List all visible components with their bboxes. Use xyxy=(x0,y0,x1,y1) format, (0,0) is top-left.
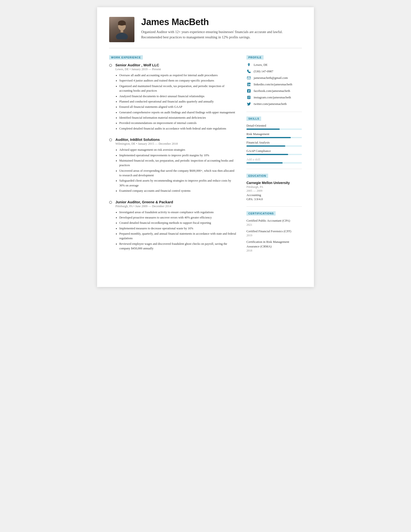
location-icon xyxy=(247,62,251,67)
skill-item: Financial Analysis xyxy=(247,141,302,147)
bullet-item: Advised upper management on risk aversio… xyxy=(119,148,237,152)
divider xyxy=(247,169,302,169)
svg-rect-7 xyxy=(248,84,248,86)
skill-bar-bg xyxy=(247,129,302,130)
cert-item: Certification in Risk Management Assuran… xyxy=(247,240,302,252)
profile-instagram-text: instagram.com/jamesmacbeth xyxy=(254,95,291,99)
twitter-icon xyxy=(247,102,251,106)
skill-bar-fill xyxy=(247,137,291,138)
edu-degree: Accounting xyxy=(247,193,302,197)
cert-name: Certification in Risk Management Assuran… xyxy=(247,240,302,248)
svg-rect-2 xyxy=(118,23,126,25)
job-meta: Pittsburgh, PA • June 2009 — December 20… xyxy=(115,205,237,208)
svg-point-3 xyxy=(116,33,128,39)
job-content: Junior Auditor, Greene & Packard Pittsbu… xyxy=(115,200,237,252)
skills-section: SKILLS Detail-Oriented Risk Management F… xyxy=(247,116,302,163)
profile-instagram: instagram.com/jamesmacbeth xyxy=(247,95,302,100)
avatar xyxy=(109,17,134,42)
certifications-section: CERTIFICATIONS Certified Public Accounta… xyxy=(247,211,302,253)
job-title: Auditor, InkBlot Solutions xyxy=(115,137,237,142)
svg-rect-10 xyxy=(247,96,251,99)
bullet-item: Organized and maintained financial recor… xyxy=(119,84,237,93)
bullet-item: Ensured all financial statements aligned… xyxy=(119,105,237,109)
bullet-item: Completed detailed financial audits in a… xyxy=(119,126,237,131)
cert-name: Certified Financial Forensics (CFF) xyxy=(247,229,302,233)
facebook-icon xyxy=(247,88,251,93)
cert-item: Certified Public Accountant (CPA) 2021 xyxy=(247,218,302,227)
job-item: Auditor, InkBlot Solutions Wilmington, D… xyxy=(109,137,237,194)
skill-bar-fill xyxy=(247,154,288,155)
skill-bar-fill xyxy=(247,129,280,130)
job-content: Senior Auditor , Wolf LLC Lewes, DE • Ja… xyxy=(115,63,237,132)
job-meta: Lewes, DE • January 2019 — Present xyxy=(115,67,237,71)
work-experience-section: WORK EXPERIENCE Senior Auditor , Wolf LL… xyxy=(109,55,237,252)
profile-linkedin: linkedin.com/in/jamesmacbeth xyxy=(247,82,302,87)
instagram-icon xyxy=(247,95,251,100)
header-text: James MacBeth Organized Auditor with 12+… xyxy=(141,17,302,40)
edu-gpa: GPA: 3.9/4.0 xyxy=(247,197,302,201)
divider xyxy=(247,112,302,112)
cert-year: 2018 xyxy=(247,249,302,253)
profile-phone: (530) 147-0987 xyxy=(247,69,302,74)
profile-email-text: jamesmacbeth@gmail.com xyxy=(254,76,288,80)
edu-school: Carnegie Mellon University xyxy=(247,181,302,185)
profile-facebook: facebook.com/jamesmacbeth xyxy=(247,88,302,93)
bullet-item: Uncovered areas of overspending that sav… xyxy=(119,169,237,178)
email-icon xyxy=(247,76,251,80)
bullet-item: Implemented operational improvements to … xyxy=(119,153,237,158)
bullet-item: Maintained financial records, tax prepar… xyxy=(119,158,237,168)
svg-rect-5 xyxy=(247,77,251,79)
bullet-item: Investigated areas of fraudulent activit… xyxy=(119,210,237,215)
bullet-item: Developed proactive measures to uncover … xyxy=(119,215,237,220)
bullet-item: Prepared monthly, quarterly, and annual … xyxy=(119,231,237,241)
job-item: Senior Auditor , Wolf LLC Lewes, DE • Ja… xyxy=(109,63,237,132)
cert-name: Certified Public Accountant (CPA) xyxy=(247,218,302,223)
job-bullets: Advised upper management on risk aversio… xyxy=(115,148,237,193)
skill-bar-fill xyxy=(247,145,285,147)
profile-location: Lewes, DE xyxy=(247,62,302,67)
work-experience-label: WORK EXPERIENCE xyxy=(109,55,143,60)
skills-label: SKILLS xyxy=(247,116,261,121)
cert-year: 2021 xyxy=(247,223,302,227)
skill-item: Detail-Oriented xyxy=(247,124,302,130)
job-bullets: Investigated areas of fraudulent activit… xyxy=(115,210,237,251)
bullet-item: Created detailed financial recordkeeping… xyxy=(119,221,237,225)
skill-bar-bg xyxy=(247,154,302,155)
bullet-item: Oversaw all audit and accounting reports… xyxy=(119,73,237,78)
main-layout: WORK EXPERIENCE Senior Auditor , Wolf LL… xyxy=(109,55,302,257)
profile-twitter-text: twitter.com/jamesmacbeth xyxy=(254,102,287,106)
job-title: Senior Auditor , Wolf LLC xyxy=(115,63,237,67)
svg-point-8 xyxy=(248,83,248,84)
phone-icon xyxy=(247,69,251,74)
job-circle-icon xyxy=(109,64,112,67)
bullet-item: Provided recommendations on improvement … xyxy=(119,121,237,125)
bullet-item: Generated comprehensive reports on audit… xyxy=(119,110,237,115)
cert-year: 2019 xyxy=(247,234,302,237)
job-content: Auditor, InkBlot Solutions Wilmington, D… xyxy=(115,137,237,194)
bullet-item: Implemented measures to decrease operati… xyxy=(119,226,237,231)
bullet-item: Examined company accounts and financial … xyxy=(119,189,237,193)
svg-point-12 xyxy=(250,96,250,97)
job-bullets: Oversaw all audit and accounting reports… xyxy=(115,73,237,131)
bullet-item: Reviewed employee wages and discovered f… xyxy=(119,242,237,251)
skill-name: GAAP Compliance xyxy=(247,149,302,153)
job-circle-icon xyxy=(109,138,112,141)
right-column: PROFILE Lewes, DE (530) 1 xyxy=(247,55,302,257)
skill-name: Financial Analysis xyxy=(247,141,302,144)
job-title: Junior Auditor, Greene & Packard xyxy=(115,200,237,204)
linkedin-icon xyxy=(247,82,251,87)
profile-linkedin-text: linkedin.com/in/jamesmacbeth xyxy=(254,83,292,86)
bullet-item: Safeguarded client assets by recommendin… xyxy=(119,179,237,188)
skill-name: Detail-Oriented xyxy=(247,124,302,128)
skill-bar-fill xyxy=(247,162,283,163)
certifications-label: CERTIFICATIONS xyxy=(247,211,276,216)
skill-bar-bg xyxy=(247,137,302,138)
bullet-item: Planned and conducted operational and fi… xyxy=(119,99,237,104)
profile-facebook-text: facebook.com/jamesmacbeth xyxy=(254,89,290,93)
education-label: EDUCATION xyxy=(247,174,268,178)
education-section: EDUCATION Carnegie Mellon University Pit… xyxy=(247,173,302,201)
cert-item: Certified Financial Forensics (CFF) 2019 xyxy=(247,229,302,237)
profile-twitter: twitter.com/jamesmacbeth xyxy=(247,102,302,106)
left-column: WORK EXPERIENCE Senior Auditor , Wolf LL… xyxy=(109,55,237,257)
skill-bar-bg xyxy=(247,145,302,147)
